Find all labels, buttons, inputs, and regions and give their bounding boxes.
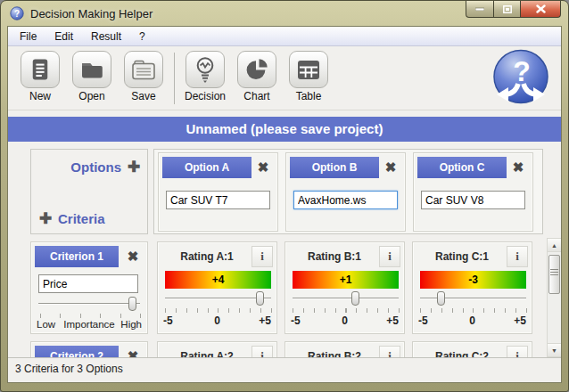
option-a-header: Option A: [162, 157, 252, 178]
rating-c2-info-button[interactable]: i: [507, 346, 528, 357]
options-label: Options: [70, 159, 121, 175]
rating-b2-card: Rating B:2 i: [284, 341, 405, 357]
minimize-button[interactable]: [466, 1, 493, 18]
menu-result[interactable]: Result: [82, 28, 130, 45]
slider-ticks: [165, 308, 272, 313]
criterion-1-name-input[interactable]: [38, 274, 138, 293]
remove-option-c-button[interactable]: ✖: [507, 157, 529, 178]
menu-edit[interactable]: Edit: [45, 28, 82, 45]
rating-c1-info-button[interactable]: i: [507, 246, 528, 267]
slider-thumb[interactable]: [128, 297, 136, 311]
toolbar-label: Save: [131, 90, 155, 102]
remove-criterion-1-button[interactable]: ✖: [122, 246, 144, 267]
menu-file[interactable]: File: [11, 28, 45, 45]
close-icon: ✖: [128, 348, 139, 357]
plus-icon: ✚: [128, 158, 140, 176]
info-icon: i: [260, 249, 264, 264]
criteria-label: Criteria: [58, 211, 105, 226]
slider-track: [293, 298, 399, 299]
rating-c1-slider[interactable]: [420, 292, 526, 306]
remove-option-a-button[interactable]: ✖: [252, 157, 274, 178]
importance-scale: Low Importance High: [37, 319, 142, 330]
option-a-name-input[interactable]: [166, 191, 270, 209]
project-title-banner: Unnamed (please save project): [8, 117, 561, 142]
slider-thumb[interactable]: [351, 291, 359, 306]
toolbar-label: New: [29, 90, 51, 102]
option-b-header: Option B: [290, 157, 379, 178]
slider-ticks: [420, 308, 527, 313]
rating-b1-header: Rating B:1: [289, 246, 380, 267]
save-button[interactable]: [124, 51, 163, 88]
criterion-1-card: Criterion 1 ✖ Low Importance High: [30, 241, 148, 334]
maximize-icon: [503, 5, 512, 13]
remove-criterion-2-button[interactable]: ✖: [122, 346, 144, 357]
rating-c1-header: Rating C:1: [416, 246, 507, 267]
slider-thumb[interactable]: [256, 291, 264, 306]
rating-scale: -5 0 +5: [418, 314, 526, 327]
toolbar-item-open: Open: [66, 51, 118, 102]
option-c-name-input[interactable]: [421, 191, 525, 209]
toolbar-item-chart: Chart: [231, 51, 283, 102]
maximize-button[interactable]: [493, 1, 521, 18]
plus-icon: ✚: [39, 209, 52, 228]
rating-a2-info-button[interactable]: i: [252, 346, 273, 357]
remove-option-b-button[interactable]: ✖: [380, 157, 401, 178]
window-controls: [466, 1, 561, 18]
rating-scale: -5 0 +5: [163, 314, 271, 327]
svg-text:?: ?: [513, 55, 531, 87]
option-b-name-input[interactable]: [293, 191, 398, 209]
close-button[interactable]: [521, 1, 561, 18]
menu-help[interactable]: ?: [130, 28, 154, 45]
add-criterion-button[interactable]: ✚: [36, 208, 55, 228]
rating-a1-slider[interactable]: [165, 292, 271, 306]
close-icon: ✖: [128, 249, 139, 265]
rating-a1-info-button[interactable]: i: [252, 246, 273, 267]
scrollbar-thumb[interactable]: [548, 255, 560, 294]
toolbar-item-new: New: [14, 51, 66, 102]
open-button[interactable]: [72, 51, 111, 88]
rating-b1-info-button[interactable]: i: [379, 246, 400, 267]
table-button[interactable]: [289, 51, 328, 88]
ratings-scrollbar[interactable]: ▲ ▼: [547, 238, 562, 357]
arrow-up-icon: ▲: [551, 242, 557, 249]
info-icon: i: [515, 249, 519, 264]
options-container: Option A ✖ Option B ✖ Option C ✖: [153, 149, 543, 234]
open-folder-icon: [79, 59, 104, 80]
toolbar-label: Table: [296, 90, 322, 102]
scale-mid-label: Importance: [37, 319, 142, 330]
app-window: ? Decision Making Helper File Edit Resul…: [0, 0, 569, 392]
info-icon: i: [388, 249, 392, 264]
lightbulb-icon: [194, 56, 217, 83]
info-icon: i: [260, 349, 264, 357]
add-option-button[interactable]: ✚: [124, 157, 144, 176]
toolbar-label: Chart: [243, 90, 269, 102]
scrollbar-up-button[interactable]: ▲: [548, 239, 561, 252]
close-icon: ✖: [513, 159, 524, 176]
option-c-header: Option C: [417, 157, 507, 178]
ratings-area: Rating A:1 i +4 -5 0 +5 Rating B:1 i +1: [153, 238, 543, 357]
scrollbar-down-button[interactable]: ▼: [548, 343, 561, 356]
chart-button[interactable]: [237, 51, 276, 88]
rating-a1-card: Rating A:1 i +4 -5 0 +5: [157, 241, 277, 334]
option-card-c: Option C ✖: [413, 152, 533, 232]
rating-b1-value-bar: +1: [293, 271, 399, 289]
decision-button[interactable]: [186, 51, 225, 88]
status-text: 3 Criteria for 3 Options: [15, 363, 123, 375]
rating-c2-header: Rating C:2: [416, 346, 507, 357]
rating-c2-card: Rating C:2 i: [412, 341, 532, 357]
pie-chart-icon: [245, 58, 268, 81]
toolbar-item-save: Save: [118, 51, 169, 102]
new-button[interactable]: [21, 51, 60, 88]
close-icon: ✖: [258, 159, 269, 176]
help-logo-button[interactable]: ?: [491, 48, 550, 109]
table-grid-icon: [297, 60, 320, 80]
rating-b1-slider[interactable]: [293, 292, 399, 306]
toolbar-item-table: Table: [283, 51, 334, 102]
criteria-column: Criterion 1 ✖ Low Importance High Criter…: [30, 238, 148, 357]
scrollbar-grip-icon: [550, 269, 558, 277]
slider-thumb[interactable]: [437, 291, 445, 306]
importance-slider[interactable]: [38, 298, 140, 312]
rating-b2-info-button[interactable]: i: [379, 346, 400, 357]
title-bar: ? Decision Making Helper: [1, 1, 568, 26]
window-title: Decision Making Helper: [30, 7, 153, 20]
